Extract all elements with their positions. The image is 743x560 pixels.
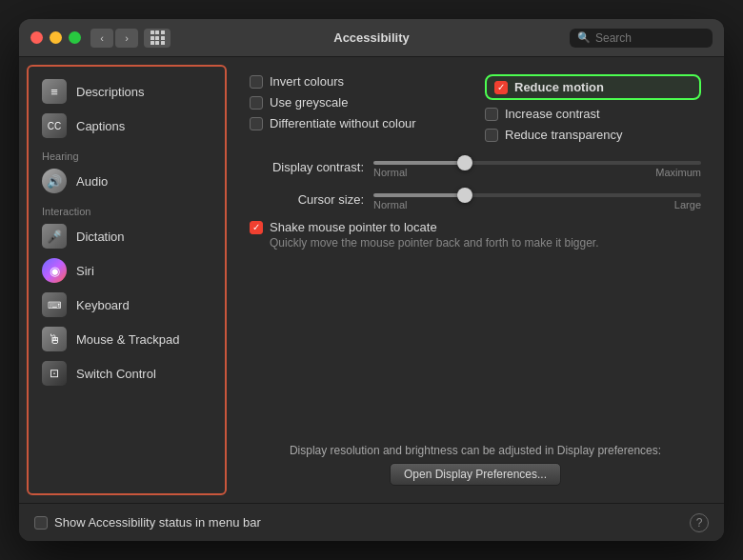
back-button[interactable]: ‹	[90, 29, 113, 48]
display-contrast-labels: Normal Maximum	[373, 167, 701, 178]
display-contrast-slider-container: Normal Maximum	[373, 155, 701, 178]
bottom-checkbox-row[interactable]: Show Accessibility status in menu bar	[34, 515, 261, 530]
sidebar-label-dictation: Dictation	[76, 230, 125, 244]
label-menu-bar: Show Accessibility status in menu bar	[54, 515, 261, 530]
switchcontrol-icon: ⊡	[42, 361, 67, 386]
display-contrast-title: Display contrast:	[250, 160, 364, 174]
help-button[interactable]: ?	[690, 513, 709, 532]
sidebar-item-mouse[interactable]: 🖱 Mouse & Trackpad	[34, 322, 219, 356]
checkbox-greyscale[interactable]	[250, 96, 263, 110]
window-title: Accessibility	[333, 30, 410, 45]
cursor-size-slider-container: Normal Large	[373, 188, 701, 210]
sidebar-item-audio[interactable]: 🔊 Audio	[34, 164, 219, 198]
checkbox-row-greyscale[interactable]: Use greyscale	[250, 95, 466, 110]
display-contrast-thumb[interactable]	[457, 155, 472, 170]
sidebar-label-captions: Captions	[76, 119, 125, 133]
sidebar-item-siri[interactable]: ◉ Siri	[34, 253, 219, 288]
captions-icon: CC	[42, 113, 67, 138]
label-differentiate: Differentiate without colour	[270, 116, 416, 130]
audio-icon: 🔊	[42, 169, 67, 193]
sidebar: ≡ Descriptions CC Captions Hearing 🔊 Aud…	[27, 65, 227, 495]
cursor-size-labels: Normal Large	[373, 199, 701, 210]
section-label-hearing: Hearing	[34, 143, 219, 164]
open-display-button[interactable]: Open Display Preferences...	[390, 463, 561, 486]
display-contrast-track[interactable]	[373, 161, 701, 165]
display-note: Display resolution and brightness can be…	[250, 444, 701, 457]
checkbox-invert[interactable]	[250, 75, 263, 89]
display-contrast-max: Maximum	[655, 167, 701, 178]
label-reduce-motion: Reduce motion	[514, 80, 604, 94]
label-reduce-transparency: Reduce transparency	[505, 128, 623, 142]
sidebar-label-switchcontrol: Switch Control	[76, 367, 156, 381]
label-shake-mouse: Shake mouse pointer to locate	[270, 220, 437, 234]
checkbox-row-differentiate[interactable]: Differentiate without colour	[250, 116, 466, 130]
checkbox-row-reduce-transparency[interactable]: Reduce transparency	[485, 128, 701, 142]
checkbox-row-invert[interactable]: Invert colours	[250, 74, 466, 89]
main-content: Invert colours Use greyscale Differentia…	[227, 57, 724, 503]
grid-icon	[151, 30, 165, 45]
cursor-size-max: Large	[674, 199, 701, 210]
label-greyscale: Use greyscale	[270, 95, 348, 110]
bottom-bar: Show Accessibility status in menu bar ?	[19, 503, 724, 541]
display-contrast-min: Normal	[373, 167, 407, 178]
close-button[interactable]	[30, 31, 43, 44]
search-bar[interactable]: 🔍	[570, 29, 713, 48]
display-contrast-label-row: Display contrast: Normal Maximum	[250, 155, 701, 178]
descriptions-icon: ≡	[42, 79, 67, 104]
sidebar-item-switchcontrol[interactable]: ⊡ Switch Control	[34, 356, 219, 390]
sidebar-item-captions[interactable]: CC Captions	[34, 109, 219, 143]
cursor-size-label-row: Cursor size: Normal Large	[250, 188, 701, 210]
titlebar: ‹ › Accessibility 🔍	[19, 19, 724, 57]
options-grid: Invert colours Use greyscale Differentia…	[250, 74, 701, 142]
slider-section: Display contrast: Normal Maximum	[250, 155, 701, 210]
body: ≡ Descriptions CC Captions Hearing 🔊 Aud…	[19, 57, 724, 503]
sidebar-label-audio: Audio	[76, 174, 108, 189]
sidebar-label-keyboard: Keyboard	[76, 298, 130, 312]
checkbox-row-increase-contrast[interactable]: Increase contrast	[485, 107, 701, 121]
sidebar-item-descriptions[interactable]: ≡ Descriptions	[34, 74, 219, 109]
shake-mouse-desc: Quickly move the mouse pointer back and …	[270, 236, 701, 250]
checkbox-reduce-motion[interactable]: ✓	[494, 81, 508, 94]
label-invert: Invert colours	[270, 74, 344, 89]
checkbox-menu-bar[interactable]	[34, 516, 48, 530]
cursor-size-track[interactable]	[373, 193, 701, 197]
label-increase-contrast: Increase contrast	[505, 107, 600, 121]
checkbox-reduce-transparency[interactable]	[485, 129, 498, 142]
sidebar-item-dictation[interactable]: 🎤 Dictation	[34, 219, 219, 253]
cursor-size-thumb[interactable]	[457, 188, 472, 203]
shake-row[interactable]: ✓ Shake mouse pointer to locate	[250, 220, 701, 234]
forward-button[interactable]: ›	[115, 29, 138, 48]
checkbox-shake-mouse[interactable]: ✓	[250, 221, 263, 234]
maximize-button[interactable]	[69, 31, 81, 44]
mouse-icon: 🖱	[42, 327, 67, 351]
traffic-lights	[30, 31, 81, 44]
dictation-icon: 🎤	[42, 224, 67, 249]
siri-icon: ◉	[42, 258, 67, 283]
checkbox-increase-contrast[interactable]	[485, 108, 498, 121]
keyboard-icon: ⌨	[42, 292, 67, 317]
section-label-interaction: Interaction	[34, 198, 219, 219]
nav-buttons: ‹ ›	[90, 29, 171, 48]
display-contrast-row: Display contrast: Normal Maximum	[250, 155, 701, 178]
cursor-size-title: Cursor size:	[250, 192, 364, 207]
shake-section: ✓ Shake mouse pointer to locate Quickly …	[250, 220, 701, 250]
grid-button[interactable]	[144, 29, 171, 48]
sidebar-label-mouse: Mouse & Trackpad	[76, 332, 179, 347]
minimize-button[interactable]	[50, 31, 62, 44]
display-note-section: Display resolution and brightness can be…	[250, 444, 701, 486]
checkbox-differentiate[interactable]	[250, 117, 263, 130]
main-window: ‹ › Accessibility 🔍 ≡ Descriptions	[19, 19, 724, 541]
sidebar-label-descriptions: Descriptions	[76, 85, 145, 99]
sidebar-item-keyboard[interactable]: ⌨ Keyboard	[34, 288, 219, 322]
cursor-size-min: Normal	[373, 199, 407, 210]
sidebar-label-siri: Siri	[76, 264, 94, 278]
reduce-motion-highlight: ✓ Reduce motion	[485, 74, 701, 100]
cursor-size-row: Cursor size: Normal Large	[250, 188, 701, 210]
search-input[interactable]	[595, 31, 705, 45]
search-icon: 🔍	[577, 31, 591, 44]
